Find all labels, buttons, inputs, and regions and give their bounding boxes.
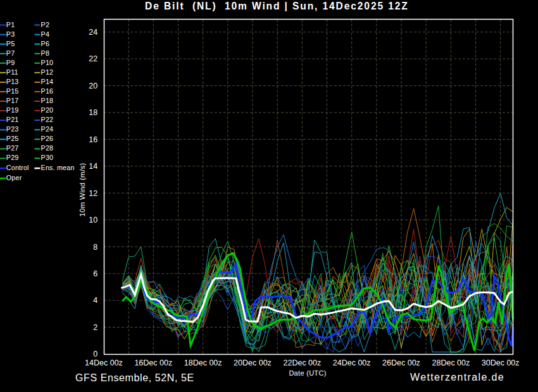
svg-text:P20: P20 [41,106,54,114]
svg-text:P29: P29 [6,154,19,161]
svg-text:16: 16 [89,135,97,144]
svg-text:20Dec 00z: 20Dec 00z [234,358,272,367]
svg-text:P2: P2 [41,21,50,28]
svg-text:P6: P6 [41,40,50,47]
svg-text:P4: P4 [41,30,50,38]
svg-text:P30: P30 [41,154,54,161]
svg-text:P7: P7 [6,49,15,57]
svg-text:Oper: Oper [6,174,22,181]
svg-text:16Dec 00z: 16Dec 00z [134,358,172,367]
svg-text:P14: P14 [41,78,54,85]
svg-text:Wetterzentrale.de: Wetterzentrale.de [410,372,504,383]
svg-text:24: 24 [89,28,97,37]
svg-text:0: 0 [93,350,97,358]
svg-text:GFS Ensemble, 52N, 5E: GFS Ensemble, 52N, 5E [75,372,194,383]
svg-text:30Dec 00z: 30Dec 00z [482,358,520,367]
svg-text:P5: P5 [6,40,15,47]
svg-text:P28: P28 [41,144,54,152]
svg-text:P22: P22 [41,116,54,123]
svg-text:10m Wind (m/s): 10m Wind (m/s) [78,162,86,216]
svg-text:6: 6 [93,269,97,278]
svg-text:P8: P8 [41,49,50,57]
svg-text:4: 4 [93,296,97,305]
svg-text:P1: P1 [6,21,15,28]
svg-text:26Dec 00z: 26Dec 00z [382,358,420,367]
svg-text:14Dec 00z: 14Dec 00z [85,358,123,367]
svg-text:P12: P12 [41,68,54,76]
svg-text:18Dec 00z: 18Dec 00z [184,358,222,367]
svg-text:14: 14 [89,162,97,171]
svg-text:P3: P3 [6,30,15,38]
svg-text:12: 12 [89,189,97,198]
svg-text:P15: P15 [6,87,19,95]
svg-text:P21: P21 [6,116,19,123]
svg-text:P24: P24 [41,125,54,133]
svg-text:20: 20 [89,82,97,90]
svg-text:P16: P16 [41,87,54,95]
svg-text:28Dec 00z: 28Dec 00z [432,358,470,367]
svg-text:22: 22 [89,54,97,63]
svg-text:P25: P25 [6,135,19,142]
svg-text:Date (UTC): Date (UTC) [289,369,326,377]
svg-text:10: 10 [89,216,97,224]
svg-text:P27: P27 [6,144,19,152]
svg-text:P23: P23 [6,125,19,133]
svg-text:24Dec 00z: 24Dec 00z [333,358,371,367]
svg-text:18: 18 [89,108,97,117]
svg-text:P9: P9 [6,59,15,66]
svg-text:2: 2 [93,323,97,332]
svg-text:8: 8 [93,243,97,252]
svg-text:22Dec 00z: 22Dec 00z [284,358,322,367]
svg-text:P11: P11 [6,68,18,76]
svg-text:P18: P18 [41,97,54,104]
svg-text:De Bilt (NL) 10m Wind | Sun,: De Bilt (NL) 10m Wind | Sun, 14Dec2025 1… [145,1,409,11]
svg-text:P26: P26 [41,135,54,142]
svg-text:P13: P13 [6,78,19,85]
svg-text:Control: Control [6,164,29,171]
svg-text:Ens. mean: Ens. mean [41,164,75,171]
svg-text:P19: P19 [6,106,19,114]
svg-text:P17: P17 [6,97,19,104]
svg-text:P10: P10 [41,59,54,66]
